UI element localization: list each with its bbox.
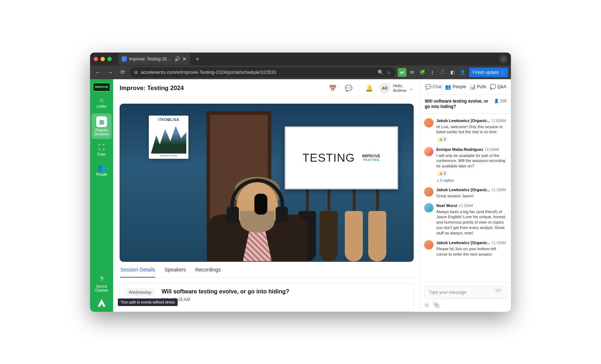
- chat-topic: Will software testing evolve, or go into…: [425, 99, 491, 110]
- help-icon: ?: [100, 276, 103, 283]
- message-time: 11:18AM: [459, 204, 473, 208]
- session-title: Will software testing evolve, or go into…: [161, 288, 408, 295]
- message-time: 11:04AM: [485, 148, 499, 152]
- chevron-down-icon: ⌄: [409, 85, 414, 91]
- chat-tab-chat[interactable]: 💬Chat: [425, 84, 442, 90]
- maximize-window[interactable]: [107, 57, 112, 61]
- gif-button[interactable]: GIF: [494, 288, 502, 293]
- zoom-icon[interactable]: 🔍: [378, 69, 384, 75]
- session-tabs: Session Details Speakers Recordings: [120, 262, 414, 278]
- menu-icon: ⋮: [500, 70, 504, 75]
- sidebar-lobby[interactable]: ⌂ Lobby: [92, 94, 112, 112]
- message-avatar: [424, 203, 433, 212]
- tab-recordings[interactable]: Recordings: [195, 267, 221, 278]
- chat-message: Jakub Lewkowicz [Organiz...11:18AM Pleas…: [424, 238, 507, 259]
- attach-button[interactable]: 📎: [433, 302, 440, 308]
- new-tab-button[interactable]: +: [193, 55, 202, 63]
- chat-message: Jakub Lewkowicz [Organiz...11:18AM Great…: [424, 185, 507, 201]
- user-menu[interactable]: AR Hello, Andrew ⌄: [379, 83, 414, 94]
- message-avatar: [424, 118, 433, 127]
- home-icon: ⌂: [100, 96, 104, 104]
- message-author: Enrique Matta-Rodriguez: [436, 147, 483, 152]
- close-tab-icon[interactable]: ✕: [182, 56, 187, 62]
- logo-tooltip: Your path to events without stress: [118, 298, 178, 306]
- reload-button[interactable]: ⟳: [117, 67, 128, 77]
- sidebar-regular-sessions[interactable]: ▦ Regular Sessions: [92, 113, 112, 139]
- message-text: Always been a big fan (and friend!) of J…: [436, 209, 507, 236]
- page-title: Improve: Testing 2024: [120, 85, 323, 92]
- video-poster-itko: iTKO✪LISA www.itko.com/lisa: [149, 116, 188, 159]
- accelevents-logo[interactable]: Your path to events without stress: [96, 297, 107, 308]
- chat-message: Jakub Lewkowicz [Organiz...11:00AM Hi Lo…: [424, 116, 507, 145]
- extension-mail[interactable]: ✉: [408, 68, 417, 77]
- message-author: Jakub Lewkowicz [Organiz...: [436, 188, 490, 192]
- sidebar-expo[interactable]: ⛶ Expo: [92, 141, 112, 159]
- address-bar[interactable]: ⊜ accelevents.com/e/Improve-Testing-2024…: [130, 67, 396, 77]
- side-panel-icon[interactable]: ◧: [448, 68, 457, 77]
- chat-message: Enrique Matta-Rodriguez11:04AM I will on…: [424, 145, 507, 185]
- chat-message: Noel Wurst11:18AM Always been a big fan …: [424, 201, 507, 238]
- header-bar: Improve: Testing 2024 📅 💬 🔔 AR Hello, An…: [113, 79, 420, 98]
- notifications-button[interactable]: 🔔: [364, 82, 375, 94]
- message-avatar: [424, 187, 433, 197]
- message-reaction[interactable]: 👍 1: [436, 136, 448, 143]
- chat-header: Will software testing evolve, or go into…: [420, 95, 511, 114]
- tab-session-details[interactable]: Session Details: [120, 267, 155, 278]
- chat-compose: Type your message GIF ☺ 📎: [420, 282, 511, 312]
- calendar-icon: ▦: [96, 116, 107, 127]
- message-replies[interactable]: 5 replies: [436, 178, 507, 183]
- expo-icon: ⛶: [98, 144, 105, 151]
- profile-avatar[interactable]: 👤: [458, 68, 467, 77]
- chat-button[interactable]: 💬: [343, 82, 355, 94]
- message-author: Jakub Lewkowicz [Organiz...: [436, 241, 490, 245]
- chat-tab-qa[interactable]: 💭Q&A: [490, 84, 506, 90]
- message-author: Noel Wurst: [436, 203, 457, 208]
- bookmark-icon[interactable]: ☆: [387, 69, 391, 75]
- message-reaction[interactable]: 👍 1: [436, 170, 448, 177]
- event-logo[interactable]: IMPROVE: [93, 83, 110, 91]
- sidebar-people[interactable]: 👥 People: [92, 161, 112, 179]
- people-icon: 👥: [445, 84, 451, 90]
- emoji-button[interactable]: ☺: [424, 302, 429, 308]
- video-mic: [254, 194, 267, 215]
- calendar-button[interactable]: 📅: [327, 82, 339, 94]
- message-author: Jakub Lewkowicz [Organiz...: [436, 118, 490, 123]
- tab-strip: Improve: Testing 2024, W 🔊 ✕ + ⌄: [90, 53, 511, 66]
- forward-button[interactable]: →: [105, 67, 115, 77]
- audio-icon[interactable]: 🔊: [174, 56, 180, 62]
- finish-update-button[interactable]: Finish update ⋮: [469, 68, 508, 77]
- media-control-icon[interactable]: 🎵: [438, 68, 447, 77]
- browser-tab[interactable]: Improve: Testing 2024, W 🔊 ✕: [118, 53, 190, 65]
- url-text: accelevents.com/e/Improve-Testing-2024/p…: [141, 69, 375, 75]
- content-area: iTKO✪LISA www.itko.com/lisa: [113, 98, 420, 312]
- chat-tab-people[interactable]: 👥People: [445, 84, 466, 90]
- message-text: Please hit Join on your bottom left corn…: [436, 246, 507, 257]
- chat-messages[interactable]: Jakub Lewkowicz [Organiz...11:00AM Hi Lo…: [420, 114, 511, 282]
- main-column: Improve: Testing 2024 📅 💬 🔔 AR Hello, An…: [113, 79, 420, 312]
- extension-icons: pd ✉ 🧩 | 🎵 ◧ 👤: [398, 68, 467, 77]
- traffic-lights: [94, 57, 112, 61]
- tab-overflow-button[interactable]: ⌄: [499, 55, 507, 63]
- event-sidebar: IMPROVE ⌂ Lobby ▦ Regular Sessions ⛶ Exp…: [90, 79, 113, 312]
- extension-pd[interactable]: pd: [398, 68, 406, 77]
- message-text: Hi Lois, welcome! Only this session is l…: [436, 124, 507, 135]
- viewer-count: 👤109: [494, 99, 507, 103]
- chat-panel: 💬Chat 👥People 📊Polls 💭Q&A Will software …: [420, 79, 511, 312]
- chat-tab-polls[interactable]: 📊Polls: [469, 84, 486, 90]
- message-time: 11:18AM: [491, 188, 506, 192]
- page-content: IMPROVE ⌂ Lobby ▦ Regular Sessions ⛶ Exp…: [90, 79, 511, 312]
- close-window[interactable]: [94, 57, 98, 61]
- message-text: I will only be available for part of the…: [436, 153, 507, 169]
- video-player[interactable]: iTKO✪LISA www.itko.com/lisa: [120, 104, 414, 262]
- sidebar-device-checker[interactable]: ? Device Checker: [92, 273, 112, 295]
- minimize-window[interactable]: [101, 57, 105, 61]
- site-settings-icon[interactable]: ⊜: [134, 69, 138, 75]
- message-avatar: [424, 147, 433, 156]
- back-button[interactable]: ←: [93, 67, 103, 77]
- message-text: Great session Jason!: [436, 193, 507, 199]
- tab-speakers[interactable]: Speakers: [165, 267, 186, 278]
- extensions-button[interactable]: 🧩: [418, 68, 427, 77]
- qa-icon: 💭: [490, 84, 496, 90]
- favicon: [122, 57, 127, 62]
- message-time: 11:00AM: [491, 119, 506, 123]
